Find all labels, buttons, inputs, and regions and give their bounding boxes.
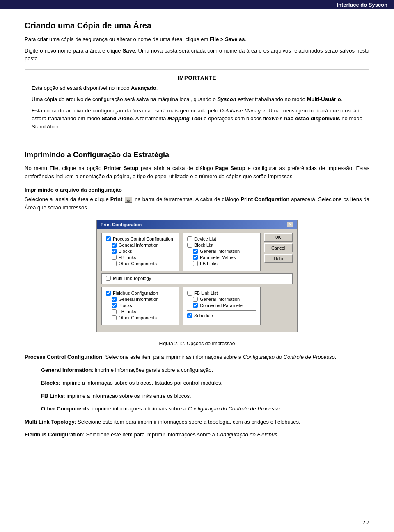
important-para1: Esta opção só estará disponível no modo … [32,84,362,92]
chk-devlist[interactable]: Device List [187,236,256,241]
dialog-help-button[interactable]: Help [264,254,293,263]
chk-gi2[interactable]: General Information [193,249,256,254]
chk-fblinks3-input[interactable] [112,309,117,314]
desc-other: Other Components: imprime informações ad… [41,405,369,413]
page-container: Interface do Syscon Criando uma Cópia de… [0,0,394,532]
section1-title: Criando uma Cópia de uma Área [25,21,369,30]
important-para3: Esta cópia do arquivo de configuração da… [32,107,362,131]
page-footer: 2.7 [362,520,369,525]
chk-blocklist-input[interactable] [187,243,192,248]
desc-other-bold: Other Components [41,406,89,412]
chk-blocks1[interactable]: Blocks [112,249,175,254]
desc-gi-text: : imprime informações gerais sobre a con… [92,367,213,373]
chk-pcc-label: Process Control Configuration [113,236,173,241]
dialog-close-btn[interactable]: ✕ [287,222,293,227]
desc-multi-text: : Selecione este item para imprimir info… [75,419,300,425]
chk-gi4-input[interactable] [193,297,198,302]
chk-gi2-input[interactable] [193,249,198,254]
chk-gi4[interactable]: General Information [193,297,256,302]
desc-fieldbus-bold: Fieldbus Configuration [25,431,83,438]
chk-blocks2-label: Blocks [119,303,132,308]
dialog-cancel-button[interactable]: Cancel [264,243,293,252]
chk-other2[interactable]: Other Components [112,315,175,320]
content-area: Criando uma Cópia de uma Área Para criar… [0,9,394,460]
chk-multilink-input[interactable] [106,276,111,281]
chk-blocks1-label: Blocks [119,249,132,254]
chk-other2-input[interactable] [112,315,117,320]
chk-pcc-input[interactable] [106,236,111,241]
dialog-controls: ✕ [287,222,293,227]
chk-other1[interactable]: Other Components [112,261,175,266]
desc-fblinks: FB Links: imprime a informação sobre os … [41,392,369,400]
section1-para1: Para criar uma cópia de segurança ou alt… [25,35,369,44]
dialog-titlebar: Print Configuration ✕ [97,220,297,229]
desc-blocks-bold: Blocks [41,380,59,386]
desc-fblinks-bold: FB Links [41,393,64,399]
desc-multi: Multi Link Topology: Selecione este item… [25,418,369,426]
chk-paramvals-input[interactable] [193,255,198,260]
chk-gi1[interactable]: General Information [112,243,175,248]
chk-blocks1-input[interactable] [112,249,117,254]
chk-fblinks1[interactable]: FB Links [112,255,175,260]
subsection1-para: Selecione a janela da área e clique Prin… [25,195,369,211]
chk-devlist-label: Device List [194,236,216,241]
chk-schedule-input[interactable] [187,313,192,318]
dialog-bottom-row: Fieldbus Configuration General Informati… [101,287,293,325]
chk-other1-input[interactable] [112,261,117,266]
section2-para1: No menu File, clique na opção Printer Se… [25,164,369,180]
chk-fblinks2-input[interactable] [193,261,198,266]
dialog-right-group2: FB Link List General Information Connect… [183,287,261,325]
chk-blocklist-label: Block List [194,243,213,248]
chk-fblinklist-input[interactable] [187,291,192,296]
chk-other1-label: Other Components [119,261,157,266]
dialog-left-group2: Fieldbus Configuration General Informati… [101,287,179,325]
chk-devlist-input[interactable] [187,236,192,241]
chk-pcc[interactable]: Process Control Configuration [106,236,175,241]
chk-schedule[interactable]: Schedule [187,313,256,318]
chk-gi2-label: General Information [200,249,240,254]
chk-other2-label: Other Components [119,315,157,320]
print-icon: 🖨 [125,197,132,203]
chk-blocks2[interactable]: Blocks [112,303,175,308]
dialog-container: Print Configuration ✕ Process Control Co… [25,220,369,332]
chk-paramvals-label: Parameter Values [200,255,236,260]
desc-gi: General Information: imprime informações… [41,366,369,374]
desc-pcc: Process Control Configuration: Selecione… [25,353,369,361]
chk-blocks2-input[interactable] [112,303,117,308]
chk-schedule-label: Schedule [194,313,213,318]
chk-gi1-label: General Information [119,243,158,248]
dialog-multilink-group: Multi Link Topology [101,273,293,284]
dialog-left-group1: Process Control Configuration General In… [101,233,179,271]
button-spacer [264,287,293,325]
chk-gi1-input[interactable] [112,243,117,248]
chk-fblinks1-input[interactable] [112,255,117,260]
desc-pcc-text: : Selecione este item para imprimir as i… [102,354,336,360]
dialog-body: Process Control Configuration General In… [97,229,297,332]
chk-fieldbus[interactable]: Fieldbus Configuration [106,291,175,296]
chk-fblinks3-label: FB Links [119,309,136,314]
chk-gi3[interactable]: General Information [112,297,175,302]
desc-other-text: : imprime informações adicionais sobre a… [89,406,282,412]
important-para2: Uma cópia do arquivo de configuração ser… [32,95,362,103]
chk-paramvals[interactable]: Parameter Values [193,255,256,260]
chk-blocklist[interactable]: Block List [187,243,256,248]
chk-fblinks1-label: FB Links [119,255,136,260]
chk-gi3-label: General Information [119,297,158,302]
dialog-ok-button[interactable]: 0K [264,233,293,242]
chk-fieldbus-label: Fieldbus Configuration [113,291,158,296]
chk-fblinks3[interactable]: FB Links [112,309,175,314]
chk-fblinks2[interactable]: FB Links [193,261,256,266]
chk-fblinklist[interactable]: FB Link List [187,291,256,296]
chk-connparam[interactable]: Connected Parameter [193,303,256,308]
chk-fblinks2-label: FB Links [200,261,218,266]
subsection1-heading: Imprimindo o arquivo da configuração [25,187,369,193]
dialog-buttons: 0K Cancel Help [264,233,293,271]
chk-connparam-input[interactable] [193,303,198,308]
dialog-right-group1: Device List Block List General Informati… [183,233,261,271]
chk-fieldbus-input[interactable] [106,291,111,296]
dialog-title: Print Configuration [101,222,142,227]
desc-fieldbus-text: : Selecione este item para imprimir info… [83,431,279,438]
figure-caption: Figura 2.12. Opções de Impressão [25,341,369,346]
chk-multilink[interactable]: Multi Link Topology [106,276,288,281]
chk-gi3-input[interactable] [112,297,117,302]
